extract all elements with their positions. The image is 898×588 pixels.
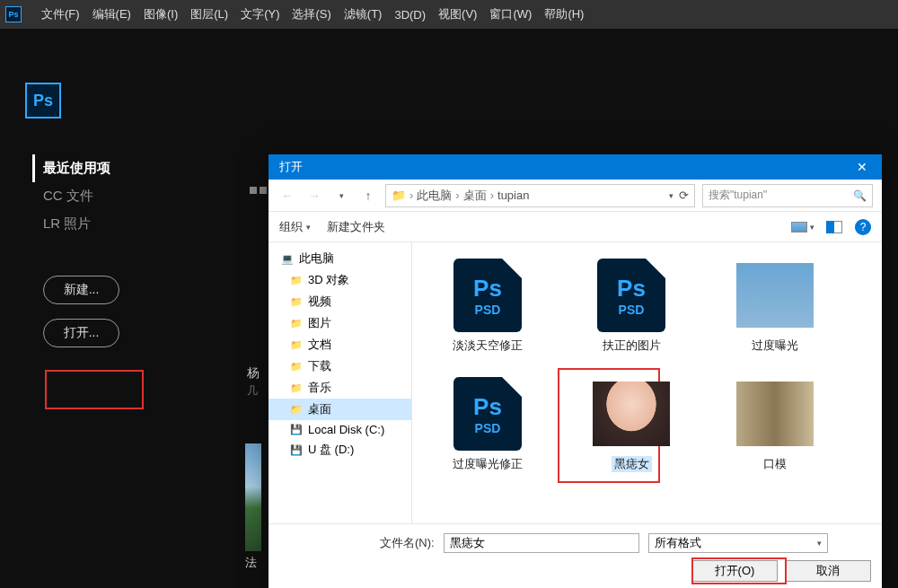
close-button[interactable]: ✕ [842,154,882,180]
tree-item[interactable]: 📁下载 [269,355,411,377]
filename-input[interactable] [444,533,639,553]
folder-icon: 📁 [290,295,303,308]
tree-item[interactable]: 📁音乐 [269,377,411,399]
dialog-toolbar: 组织 ▾ 新建文件夹 ▾ ? [269,212,882,242]
breadcrumb[interactable]: 📁 › 此电脑 › 桌面 › tupian ▾ ⟳ [385,184,695,207]
tree-item-label: 图片 [308,315,331,331]
file-label: 扶正的图片 [603,338,661,354]
tree-item[interactable]: 📁图片 [269,312,411,334]
tree-item-label: 下载 [308,358,331,374]
breadcrumb-seg[interactable]: tupian [497,189,529,202]
chevron-down-icon: ▾ [817,539,822,548]
chevron-down-icon[interactable]: ▾ [669,191,674,200]
file-thumbnail: PsPSD [593,257,670,334]
menu-type[interactable]: 文字(Y) [241,6,279,22]
tree-item-label: U 盘 (D:) [308,442,354,458]
dialog-footer: 文件名(N): 所有格式 ▾ 打开(O) 取消 [269,523,882,588]
pc-icon: 💻 [281,252,294,265]
folder-icon: 📁 [290,360,303,373]
menu-image[interactable]: 图像(I) [144,6,178,22]
tree-item[interactable]: 💻此电脑 [269,248,411,269]
menu-filter[interactable]: 滤镜(T) [344,6,383,22]
menu-3d[interactable]: 3D(D) [394,8,426,22]
folder-icon: 📁 [290,338,303,351]
dialog-cancel-button[interactable]: 取消 [785,560,871,582]
dialog-title: 打开 [279,159,303,175]
nav-back-icon[interactable]: ← [277,186,297,206]
tree-item-label: Local Disk (C:) [308,423,384,436]
menu-edit[interactable]: 编辑(E) [92,6,131,22]
refresh-icon[interactable]: ⟳ [679,189,689,202]
file-item[interactable]: PsPSD过度曝光修正 [416,370,559,488]
menu-help[interactable]: 帮助(H) [544,6,584,22]
photoshop-menubar: Ps 文件(F) 编辑(E) 图像(I) 图层(L) 文字(Y) 选择(S) 滤… [0,0,898,29]
folder-icon: 📁 [290,403,303,416]
file-label: 黑痣女 [612,456,652,472]
filetype-filter[interactable]: 所有格式 ▾ [648,533,828,553]
breadcrumb-seg[interactable]: 此电脑 [417,188,452,204]
nav-forward-icon[interactable]: → [304,186,324,206]
new-folder-button[interactable]: 新建文件夹 [327,219,385,235]
nav-recent-icon[interactable]: ▾ [331,186,351,206]
file-item[interactable]: 口模 [703,370,847,488]
tree-item[interactable]: 💾U 盘 (D:) [269,439,411,461]
help-icon[interactable]: ? [855,219,871,235]
tab-cc-files[interactable]: CC 文件 [43,182,180,210]
recent-thumbnail[interactable] [245,443,261,551]
tree-item-label: 文档 [308,337,331,353]
tree-item-label: 此电脑 [299,250,334,267]
tree-item[interactable]: 📁桌面 [269,399,411,420]
tree-item[interactable]: 📁文档 [269,334,411,355]
file-grid: PsPSD淡淡天空修正PsPSD扶正的图片过度曝光PsPSD过度曝光修正黑痣女口… [412,242,882,523]
folder-icon: 📁 [392,189,406,202]
file-label: 过度曝光 [752,338,798,354]
folder-icon: 📁 [290,274,303,286]
ps-logo-icon: Ps [5,6,22,22]
open-button[interactable]: 打开... [43,319,119,347]
tab-lr-photos[interactable]: LR 照片 [43,210,180,238]
tree-item-label: 3D 对象 [308,272,349,288]
file-thumbnail [736,257,814,334]
dialog-titlebar[interactable]: 打开 ✕ [269,154,882,180]
menu-layer[interactable]: 图层(L) [190,6,228,22]
disk-icon: 💾 [290,443,303,456]
tab-recent[interactable]: 最近使用项 [43,154,180,182]
tree-item-label: 桌面 [308,401,331,417]
folder-icon: 📁 [290,317,303,329]
menu-view[interactable]: 视图(V) [438,6,477,22]
file-item[interactable]: PsPSD淡淡天空修正 [416,251,559,370]
tree-item[interactable]: 💾Local Disk (C:) [269,420,411,439]
search-icon: 🔍 [853,189,867,202]
search-input[interactable]: 搜索"tupian" 🔍 [702,184,873,207]
file-thumbnail [593,375,670,452]
organize-button[interactable]: 组织 ▾ [279,219,311,235]
new-button[interactable]: 新建... [43,276,119,304]
folder-icon: 📁 [290,382,303,394]
menu-window[interactable]: 窗口(W) [489,6,532,22]
file-label: 口模 [763,456,787,472]
ps-logo-large-icon: Ps [25,83,61,118]
open-file-dialog: 打开 ✕ ← → ▾ ↑ 📁 › 此电脑 › 桌面 › tupian ▾ ⟳ 搜… [269,154,882,588]
menu-file[interactable]: 文件(F) [41,6,80,22]
recent-thumb-label: 杨 [247,365,260,382]
view-mode-button[interactable]: ▾ [790,217,815,237]
file-item[interactable]: 过度曝光 [703,251,847,370]
file-item[interactable]: 黑痣女 [559,370,703,488]
file-thumbnail: PsPSD [449,375,526,452]
dialog-open-button[interactable]: 打开(O) [691,560,778,582]
tree-item[interactable]: 📁3D 对象 [269,269,411,291]
file-thumbnail: PsPSD [449,257,526,334]
disk-icon: 💾 [290,424,303,436]
file-item[interactable]: PsPSD扶正的图片 [559,251,703,370]
file-label: 淡淡天空修正 [453,338,523,354]
tree-item[interactable]: 📁视频 [269,291,411,312]
filename-label: 文件名(N): [380,535,435,551]
file-label: 过度曝光修正 [453,456,523,472]
nav-up-icon[interactable]: ↑ [358,186,378,206]
search-placeholder: 搜索"tupian" [709,188,767,203]
preview-pane-button[interactable] [823,217,848,237]
tree-item-label: 音乐 [308,380,331,396]
tree-item-label: 视频 [308,294,331,310]
menu-select[interactable]: 选择(S) [292,6,330,22]
breadcrumb-seg[interactable]: 桌面 [463,188,487,204]
